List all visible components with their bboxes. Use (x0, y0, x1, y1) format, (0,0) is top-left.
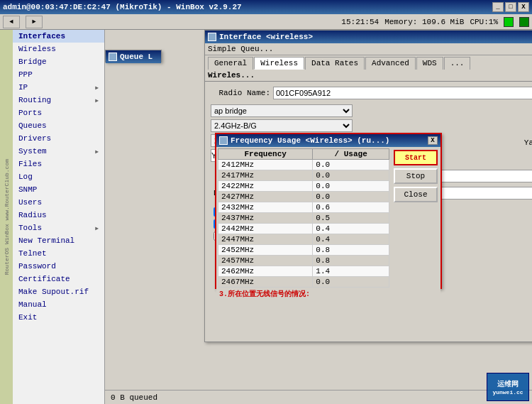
sidebar-item-certificate[interactable]: Certificate (13, 273, 104, 285)
sidebar-item-ports[interactable]: Ports (13, 107, 104, 119)
freq-cell: 2427MHz (218, 192, 313, 202)
freq-cell: 2462MHz (218, 266, 313, 277)
arrow-icon: ▶ (95, 84, 99, 91)
radio-name-input[interactable] (273, 87, 532, 99)
freq-table-container: Frequency / Usage 2412MHz0.02417MHz0.024… (216, 147, 391, 288)
freq-cell: 2422MHz (218, 181, 313, 192)
sidebar-item-manual[interactable]: Manual (13, 298, 104, 311)
freq-cell: 2467MHz (218, 277, 313, 288)
status-bar: 15:21:54 Memory: 109.6 MiB CPU:1% (341, 17, 529, 27)
freq-usage-window: Frequency Usage <Wireless> (ru...) X Fre… (215, 133, 442, 289)
tab-more[interactable]: ... (444, 57, 471, 70)
arrow-icon: ▶ (95, 148, 99, 155)
sidebar-item-make-supout[interactable]: Make Supout.rif (13, 285, 104, 298)
queue-window: Queue L (105, 50, 162, 62)
usage-cell: 0.4 (313, 234, 389, 245)
sidebar-item-log[interactable]: Log (13, 170, 104, 183)
forward-button[interactable]: ► (26, 16, 43, 28)
sidebar-item-routing[interactable]: Routing ▶ (13, 94, 104, 107)
sidebar-item-users[interactable]: Users (13, 196, 104, 209)
table-row: 2417MHz0.0 (218, 170, 389, 181)
sidebar-item-password[interactable]: Password (13, 260, 104, 273)
cpu-indicator2 (519, 17, 529, 27)
tab-wds[interactable]: WDS (416, 57, 443, 70)
usage-cell: 0.0 (313, 277, 389, 288)
freq-cell: 2472MHz (218, 288, 313, 288)
queue-titlebar: Queue L (106, 50, 161, 63)
freq-buttons: Start Stop Close (391, 147, 440, 288)
app-title: admin@00:03:47:DE:C2:47 (MikroTik) - Win… (3, 3, 242, 11)
arrow-icon: ▶ (95, 97, 99, 104)
queue-title: Queue L (120, 53, 153, 61)
maximize-button[interactable]: □ (505, 2, 516, 12)
tab-advanced[interactable]: Advanced (365, 57, 416, 70)
sidebar-item-bridge[interactable]: Bridge (13, 55, 104, 68)
sidebar-item-ppp[interactable]: PPP (13, 68, 104, 81)
sidebar-item-snmp[interactable]: SNMP (13, 183, 104, 196)
close-button[interactable]: X (518, 2, 529, 12)
start-button[interactable]: Start (394, 150, 438, 165)
sidebar-item-new-terminal[interactable]: New Terminal (13, 234, 104, 247)
tab-wireless[interactable]: Wireless (254, 57, 304, 70)
tab-general[interactable]: General (208, 57, 253, 70)
sidebar-item-files[interactable]: Files (13, 158, 104, 170)
sidebar-item-wireless[interactable]: Wireless (13, 43, 104, 55)
bottom-status: 0 B queued (105, 390, 532, 404)
table-row: 2442MHz0.4 (218, 224, 389, 234)
sidebar: RouterOS WinBox www.RouterClub.com Inter… (0, 30, 105, 404)
menu-bar: ◄ ► 15:21:54 Memory: 109.6 MiB CPU:1% (0, 14, 532, 30)
watermark-logo: 运维网 yunwei.cc (487, 373, 529, 401)
usage-cell: 0.0 (313, 170, 389, 181)
sidebar-item-exit[interactable]: Exit (13, 311, 104, 324)
usage-cell: 0.0 (313, 160, 389, 170)
title-bar: admin@00:03:47:DE:C2:47 (MikroTik) - Win… (0, 0, 532, 14)
sidebar-item-interfaces[interactable]: Interfaces (13, 30, 104, 43)
interface-titlebar: Interface <wireless> X (205, 31, 532, 43)
mode-select[interactable]: ap bridge (211, 104, 353, 117)
ssid-value: Yang_AP (524, 138, 532, 147)
band-select[interactable]: 2.4GHz-B/G (211, 119, 353, 132)
table-row: 2447MHz0.4 (218, 234, 389, 245)
usage-cell: 0.8 (313, 256, 389, 266)
radio-name-row: Radio Name: ▼ (208, 84, 532, 102)
sidebar-item-telnet[interactable]: Telnet (13, 247, 104, 260)
radio-name-label: Radio Name: (214, 89, 270, 97)
table-row: 2422MHz0.0 (218, 181, 389, 192)
usage-cell: 1.4 (313, 266, 389, 277)
watermark-line1: 运维网 (497, 379, 519, 389)
sidebar-item-tools[interactable]: Tools ▶ (13, 222, 104, 234)
table-row: 2452MHz0.8 (218, 245, 389, 256)
stop-button[interactable]: Stop (394, 168, 438, 184)
sidebar-item-queues[interactable]: Queues (13, 119, 104, 132)
arrow-icon: ▶ (95, 225, 99, 231)
freq-content: Frequency / Usage 2412MHz0.02417MHz0.024… (216, 147, 440, 288)
freq-icon (219, 136, 228, 145)
wireless-section-label: Wireles... (205, 70, 532, 82)
usage-cell: 0.5 (313, 213, 389, 224)
sidebar-item-system[interactable]: System ▶ (13, 145, 104, 158)
col-usage: / Usage (313, 149, 389, 160)
freq-close-btn[interactable]: X (428, 136, 438, 145)
sidebar-items: Interfaces Wireless Bridge PPP IP ▶ Rout… (13, 30, 104, 324)
sidebar-item-ip[interactable]: IP ▶ (13, 81, 104, 94)
queue-icon (109, 53, 117, 61)
minimize-button[interactable]: _ (492, 2, 504, 12)
sidebar-item-radius[interactable]: Radius (13, 209, 104, 222)
cpu-indicator (504, 17, 514, 27)
back-button[interactable]: ◄ (3, 16, 20, 28)
usage-cell: 0.4 (313, 224, 389, 234)
freq-cell: 2447MHz (218, 234, 313, 245)
tab-data-rates[interactable]: Data Rates (305, 57, 365, 70)
sidebar-watermark: RouterOS WinBox www.RouterClub.com (0, 30, 13, 404)
table-row: 2427MHz0.0 (218, 192, 389, 202)
freq-cell: 2437MHz (218, 213, 313, 224)
table-row: 2467MHz0.0 (218, 277, 389, 288)
table-row: 2472MHz0.0 (218, 288, 389, 288)
usage-cell: 0.0 (313, 288, 389, 288)
cpu-display: CPU:1% (470, 18, 498, 26)
sidebar-item-drivers[interactable]: Drivers (13, 132, 104, 145)
freq-titlebar: Frequency Usage <Wireless> (ru...) X (216, 134, 440, 147)
freq-close-button[interactable]: Close (394, 187, 438, 202)
table-row: 2457MHz0.8 (218, 256, 389, 266)
row1: ap bridge (208, 104, 532, 117)
